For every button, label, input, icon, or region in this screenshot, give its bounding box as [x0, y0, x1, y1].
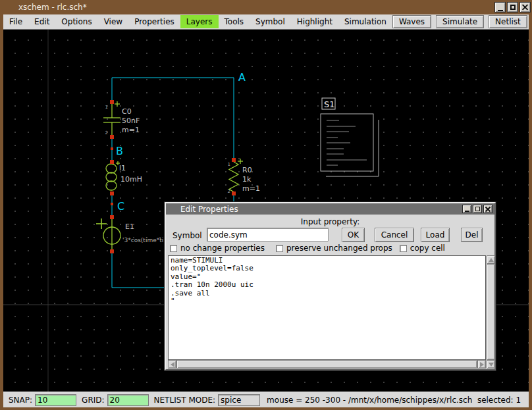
checkbox-row: no change properties preserve unchanged … — [170, 243, 445, 253]
snap-input[interactable]: 10 — [35, 394, 76, 406]
minimize-icon[interactable] — [494, 2, 506, 13]
cap-value: 50nF — [122, 116, 140, 125]
menu-options[interactable]: Options — [55, 15, 97, 28]
statusbar: SNAP: 10 GRID: 20 NETLIST MODE: spice mo… — [3, 392, 529, 407]
close-icon[interactable] — [519, 2, 531, 13]
scroll-up-icon[interactable] — [487, 255, 495, 264]
scroll-right-icon[interactable] — [477, 360, 486, 369]
dialog-title: Edit Properties — [166, 205, 238, 214]
cap-pin2: 2 — [105, 130, 108, 136]
net-label-b[interactable]: B — [111, 145, 123, 157]
scroll-left-icon[interactable] — [168, 360, 176, 369]
dialog-close-icon[interactable] — [483, 205, 492, 213]
netlist-mode-input[interactable]: spice — [218, 394, 260, 406]
checkbox-preserve[interactable]: preserve unchanged props — [276, 243, 392, 253]
vertical-scroll-thumb[interactable] — [487, 264, 495, 360]
src-name: E1 — [125, 222, 134, 231]
menu-highlight[interactable]: Highlight — [291, 15, 338, 28]
snap-label: SNAP: — [9, 396, 32, 405]
no-change-label: no change properties — [180, 243, 265, 253]
menu-file[interactable]: File — [3, 15, 28, 28]
dialog-minimize-icon[interactable] — [462, 205, 471, 213]
code-block-label: S1 — [324, 99, 335, 109]
dialog-maximize-icon[interactable] — [473, 205, 482, 213]
code-block-s1[interactable]: S1 — [321, 98, 379, 176]
ind-name: l1 — [119, 164, 126, 172]
symbol-label: Symbol — [173, 231, 202, 240]
res-name: R0 — [242, 166, 252, 174]
res-pin2: 2 — [228, 189, 230, 194]
res-pin1: 1 — [228, 162, 230, 167]
svg-text:B: B — [116, 145, 123, 157]
preserve-checkbox-box[interactable] — [276, 245, 283, 252]
properties-textarea[interactable]: name=STIMULI only_toplevel=false value="… — [168, 255, 486, 360]
symbol-input[interactable] — [207, 228, 329, 242]
simulate-button[interactable]: Simulate — [436, 15, 484, 28]
svg-text:A: A — [238, 71, 246, 84]
menubar: File Edit Options View Properties Layers… — [3, 14, 529, 30]
status-info: mouse = 250 -300 - /mnt/x/home/schippes/… — [267, 396, 521, 405]
load-button[interactable]: Load — [421, 228, 450, 242]
source-e1[interactable]: E1 '3*cos(time*ti — [96, 215, 163, 253]
xschem-window: xschem - rlc.sch* File Edit Options View… — [0, 0, 532, 410]
menu-tools[interactable]: Tools — [219, 15, 250, 28]
dialog-titlebar[interactable]: Edit Properties — [166, 203, 494, 215]
capacitor-c0[interactable]: 1 2 C0 50nF m=1 — [103, 100, 140, 139]
netlist-button[interactable]: Netlist — [489, 15, 527, 28]
scroll-down-icon[interactable] — [487, 360, 495, 369]
menu-symbol[interactable]: Symbol — [250, 15, 291, 28]
menu-layers[interactable]: Layers — [180, 15, 219, 28]
waves-button[interactable]: Waves — [392, 15, 431, 28]
grid-label: GRID: — [82, 396, 104, 405]
no-change-checkbox-box[interactable] — [170, 245, 177, 252]
edit-properties-dialog: Edit Properties Input property: Symbol O… — [165, 202, 496, 371]
copy-cell-label: copy cell — [410, 243, 445, 253]
dialog-prompt: Input property: — [166, 217, 494, 226]
window-titlebar[interactable]: xschem - rlc.sch* — [0, 0, 532, 14]
grid-input[interactable]: 20 — [107, 394, 149, 406]
cancel-button[interactable]: Cancel — [375, 228, 414, 242]
checkbox-copy-cell[interactable]: copy cell — [400, 243, 445, 253]
window-title: xschem - rlc.sch* — [0, 3, 87, 12]
dialog-controls — [462, 205, 492, 213]
maximize-icon[interactable] — [507, 2, 518, 13]
menu-edit[interactable]: Edit — [28, 15, 55, 28]
net-label-c[interactable]: C — [111, 200, 124, 213]
cap-pin1: 1 — [105, 105, 108, 110]
net-label-a[interactable]: A — [238, 71, 246, 84]
horizontal-scroll-thumb[interactable] — [176, 360, 477, 369]
vertical-scrollbar[interactable] — [487, 255, 495, 369]
ind-value: 10mH — [120, 175, 142, 184]
window-controls — [494, 2, 531, 13]
del-button[interactable]: Del — [461, 228, 483, 242]
resistor-r0[interactable]: 1 2 R0 1k m=1 — [228, 158, 260, 195]
cap-name: C0 — [122, 107, 132, 116]
menu-view[interactable]: View — [98, 15, 128, 28]
menu-properties[interactable]: Properties — [128, 15, 180, 28]
netlist-mode-label: NETLIST MODE: — [154, 396, 216, 405]
src-value: '3*cos(time*ti — [122, 237, 163, 243]
res-value: 1k — [242, 175, 252, 184]
res-mult: m=1 — [242, 184, 260, 193]
svg-text:C: C — [117, 200, 124, 213]
checkbox-no-change[interactable]: no change properties — [170, 243, 265, 253]
cap-mult: m=1 — [122, 126, 140, 134]
inductor-l1[interactable]: l1 10mH — [106, 160, 142, 195]
preserve-label: preserve unchanged props — [286, 243, 392, 253]
horizontal-scrollbar[interactable] — [168, 360, 486, 369]
ok-button[interactable]: OK — [342, 228, 365, 242]
copy-cell-checkbox-box[interactable] — [400, 245, 407, 252]
menu-simulation[interactable]: Simulation — [338, 15, 392, 28]
